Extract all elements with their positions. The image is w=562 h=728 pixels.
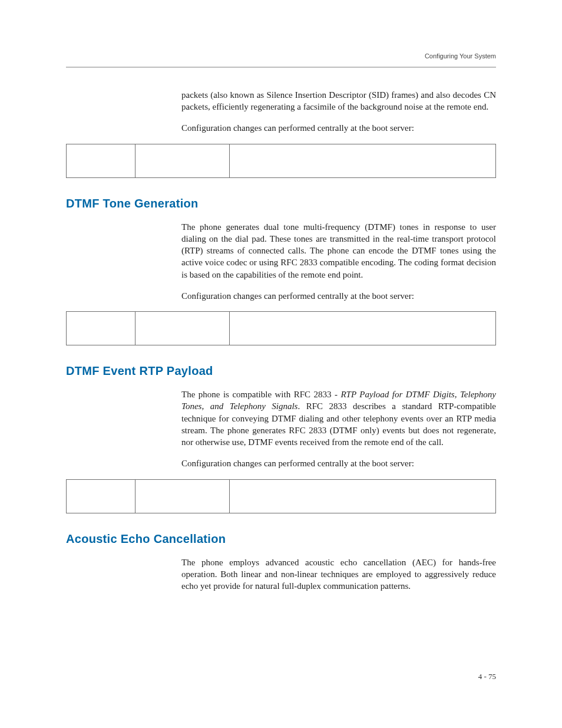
table-row bbox=[67, 144, 496, 177]
dtmf-payload-p1-pre: The phone is compatible with RFC 2833 - bbox=[181, 390, 340, 399]
aec-block: The phone employs advanced acoustic echo… bbox=[181, 556, 496, 592]
aec-p1: The phone employs advanced acoustic echo… bbox=[181, 556, 496, 592]
dtmf-payload-p2: Configuration changes can performed cent… bbox=[181, 457, 496, 469]
table-cell bbox=[67, 312, 135, 345]
table-row bbox=[67, 312, 496, 345]
running-title: Configuring Your System bbox=[425, 52, 496, 61]
intro-p1: packets (also known as Silence Insertion… bbox=[181, 89, 496, 113]
table-cell bbox=[230, 312, 496, 345]
page: Configuring Your System packets (also kn… bbox=[0, 0, 562, 728]
page-number: 4 - 75 bbox=[478, 671, 496, 682]
dtmf-payload-p1: The phone is compatible with RFC 2833 - … bbox=[181, 388, 496, 448]
config-table-1 bbox=[66, 144, 496, 178]
table-cell bbox=[67, 479, 135, 513]
dtmf-payload-block: The phone is compatible with RFC 2833 - … bbox=[181, 388, 496, 470]
dtmf-tone-p1: The phone generates dual tone multi-freq… bbox=[181, 221, 496, 281]
config-table-2 bbox=[66, 311, 496, 345]
table-cell bbox=[67, 144, 135, 177]
table-cell bbox=[135, 479, 229, 513]
dtmf-tone-block: The phone generates dual tone multi-freq… bbox=[181, 221, 496, 302]
table-cell bbox=[230, 479, 496, 513]
intro-p2: Configuration changes can performed cent… bbox=[181, 122, 496, 134]
heading-dtmf-payload: DTMF Event RTP Payload bbox=[66, 363, 496, 379]
running-head: Configuring Your System bbox=[66, 52, 496, 61]
table-cell bbox=[135, 312, 229, 345]
heading-dtmf-tone: DTMF Tone Generation bbox=[66, 196, 496, 212]
table-cell bbox=[230, 144, 496, 177]
config-table-3 bbox=[66, 479, 496, 513]
table-cell bbox=[135, 144, 229, 177]
intro-block: packets (also known as Silence Insertion… bbox=[181, 89, 496, 134]
header-rule bbox=[66, 67, 496, 68]
heading-aec: Acoustic Echo Cancellation bbox=[66, 531, 496, 547]
dtmf-tone-p2: Configuration changes can performed cent… bbox=[181, 290, 496, 302]
table-row bbox=[67, 479, 496, 513]
